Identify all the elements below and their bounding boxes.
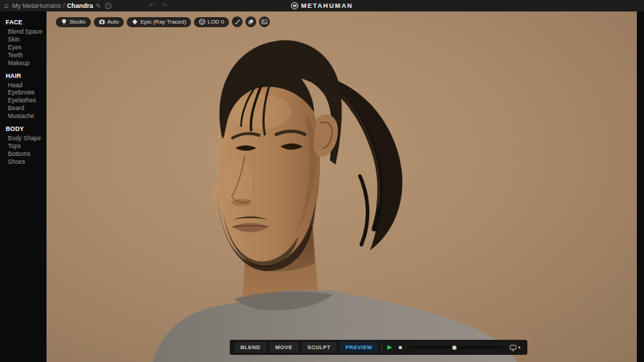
timeline-slider[interactable] bbox=[410, 346, 502, 348]
metahuman-logo-icon: M bbox=[291, 2, 298, 9]
screenshot-icon bbox=[261, 19, 268, 25]
lod-button[interactable]: LOD 0 bbox=[194, 17, 229, 27]
sidebar-item-eyelashes[interactable]: Eyelashes bbox=[6, 97, 44, 104]
layers-icon bbox=[248, 19, 254, 25]
app-title: METAHUMAN bbox=[301, 2, 353, 9]
sculpt-mode-button[interactable]: SCULPT bbox=[302, 342, 336, 353]
edit-name-icon[interactable]: ✎ bbox=[96, 3, 101, 9]
sidebar-item-bottoms[interactable]: Bottoms bbox=[6, 150, 44, 158]
undo-icon[interactable]: ↶ bbox=[149, 2, 155, 9]
sidebar-section-face-title: FACE bbox=[6, 19, 44, 26]
viewport-toolbar: Studio Auto Epic (Ray Traced) LOD 0 bbox=[56, 16, 270, 27]
redo-icon[interactable]: ↷ bbox=[161, 2, 167, 9]
history-controls: ↶ ↷ bbox=[149, 2, 167, 9]
export-button[interactable]: ▾ bbox=[508, 344, 522, 351]
chevron-down-icon: ▾ bbox=[518, 345, 521, 350]
info-icon[interactable]: i bbox=[105, 3, 112, 9]
sidebar-section-face: FACE Blend Space Skin Eyes Teeth Makeup bbox=[6, 19, 44, 67]
sidebar-item-eyes[interactable]: Eyes bbox=[6, 44, 44, 52]
stop-icon[interactable]: ■ bbox=[397, 345, 404, 351]
lod-label: LOD 0 bbox=[208, 19, 224, 25]
lighting-label: Studio bbox=[69, 19, 86, 25]
lod-icon bbox=[199, 19, 205, 25]
sidebar-item-makeup[interactable]: Makeup bbox=[6, 59, 44, 67]
character-render[interactable] bbox=[47, 11, 637, 362]
paintbrush-button[interactable] bbox=[232, 16, 243, 27]
quality-label: Epic (Ray Traced) bbox=[140, 19, 186, 25]
lighting-button[interactable]: Studio bbox=[56, 17, 91, 27]
timeline-thumb[interactable] bbox=[452, 346, 457, 350]
sidebar-item-beard[interactable]: Beard bbox=[6, 104, 44, 112]
sidebar-item-teeth[interactable]: Teeth bbox=[6, 52, 44, 59]
breadcrumb-current-name: Chandra bbox=[67, 2, 94, 9]
camera-button[interactable]: Auto bbox=[94, 17, 124, 27]
sidebar-section-hair: HAIR Head Eyebrows Eyelashes Beard Musta… bbox=[6, 72, 44, 121]
sidebar-section-body-title: BODY bbox=[6, 125, 44, 132]
sidebar-item-shoes[interactable]: Shoes bbox=[6, 158, 44, 166]
metahuman-creator-window: ⌂ My MetaHumans / Chandra ✎ i ↶ ↷ M META… bbox=[0, 0, 644, 362]
blend-mode-button[interactable]: BLEND bbox=[235, 342, 266, 353]
layers-button[interactable] bbox=[245, 16, 256, 27]
home-icon[interactable]: ⌂ bbox=[4, 2, 9, 9]
quality-button[interactable]: Epic (Ray Traced) bbox=[127, 17, 191, 27]
sidebar-item-mustache[interactable]: Mustache bbox=[6, 112, 44, 120]
sidebar-item-tops[interactable]: Tops bbox=[6, 142, 44, 150]
sidebar-item-skin[interactable]: Skin bbox=[6, 36, 44, 44]
sidebar-item-eyebrows[interactable]: Eyebrows bbox=[6, 89, 44, 97]
paintbrush-icon bbox=[234, 19, 240, 25]
export-icon bbox=[509, 344, 517, 351]
mode-control-bar: BLEND MOVE SCULPT PREVIEW ▶ ■ ▾ bbox=[230, 340, 527, 355]
sidebar-section-hair-title: HAIR bbox=[6, 72, 44, 79]
screenshot-button[interactable] bbox=[259, 16, 270, 27]
camera-label: Auto bbox=[107, 19, 119, 25]
lightbulb-icon bbox=[61, 19, 67, 25]
metahuman-logo: M METAHUMAN bbox=[291, 0, 353, 11]
character-viewport[interactable]: Studio Auto Epic (Ray Traced) LOD 0 bbox=[47, 11, 637, 362]
quality-icon bbox=[132, 19, 138, 25]
move-mode-button[interactable]: MOVE bbox=[270, 342, 298, 353]
preview-mode-button[interactable]: PREVIEW bbox=[340, 342, 378, 353]
play-icon[interactable]: ▶ bbox=[386, 344, 394, 351]
sidebar: FACE Blend Space Skin Eyes Teeth Makeup … bbox=[0, 11, 47, 362]
breadcrumb-root[interactable]: My MetaHumans bbox=[12, 2, 61, 9]
camera-icon bbox=[99, 19, 105, 25]
sidebar-section-body: BODY Body Shape Tops Bottoms Shoes bbox=[6, 125, 44, 166]
sidebar-item-head[interactable]: Head bbox=[6, 82, 44, 89]
breadcrumb-separator: / bbox=[63, 2, 65, 9]
sidebar-item-blend-space[interactable]: Blend Space bbox=[6, 28, 44, 36]
sidebar-item-body-shape[interactable]: Body Shape bbox=[6, 134, 44, 142]
right-panel-strip bbox=[637, 11, 644, 362]
top-bar: ⌂ My MetaHumans / Chandra ✎ i ↶ ↷ M META… bbox=[0, 0, 644, 11]
footer-divider bbox=[381, 343, 382, 352]
